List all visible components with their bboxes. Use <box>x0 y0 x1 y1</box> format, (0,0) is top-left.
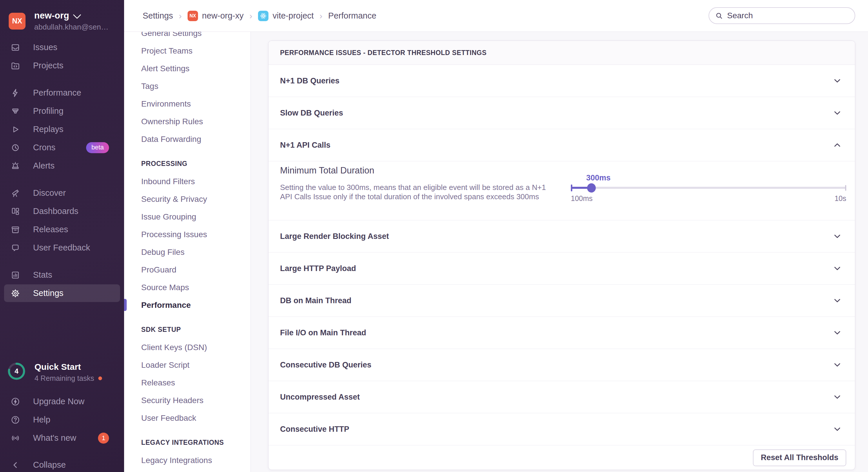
sidebar-collapse-button[interactable]: Collapse <box>0 456 124 472</box>
sidebar-item-user-feedback[interactable]: User Feedback <box>0 239 124 257</box>
sidebar-item-upgrade-now[interactable]: Upgrade Now <box>0 392 124 411</box>
slider-handle[interactable] <box>587 183 596 193</box>
nav-item-issue-grouping[interactable]: Issue Grouping <box>141 208 250 226</box>
nav-item-alert-settings[interactable]: Alert Settings <box>141 60 250 77</box>
nav-item-inbound-filters[interactable]: Inbound Filters <box>141 173 250 190</box>
quick-start-subtitle: 4 Remaining tasks <box>34 374 94 382</box>
sidebar-item-help[interactable]: Help <box>0 411 124 429</box>
nav-item-data-forwarding[interactable]: Data Forwarding <box>141 130 250 148</box>
sidebar-item-crons[interactable]: Crons beta <box>0 138 124 157</box>
nav-item-security-headers[interactable]: Security Headers <box>141 392 250 409</box>
nav-item-releases[interactable]: Releases <box>141 374 250 392</box>
nav-item-tags[interactable]: Tags <box>141 77 250 95</box>
sidebar-item-issues[interactable]: Issues <box>0 38 124 57</box>
sidebar-item-whats-new[interactable]: What's new 1 <box>0 429 124 447</box>
crons-clock-icon <box>10 143 20 153</box>
sidebar-item-performance[interactable]: Performance <box>0 84 124 102</box>
sidebar-item-stats[interactable]: Stats <box>0 266 124 284</box>
sidebar-item-projects[interactable]: Projects <box>0 57 124 75</box>
quick-start[interactable]: 4 Quick Start 4 Remaining tasks <box>7 362 102 382</box>
accordion-row-consecutive-http[interactable]: Consecutive HTTP <box>269 413 855 445</box>
sidebar-item-alerts[interactable]: Alerts <box>0 157 124 175</box>
user-feedback-icon <box>10 243 20 253</box>
search-input[interactable] <box>727 11 843 20</box>
app-sidebar: NX new-org abdullah.khan@sen… Issues Pro… <box>0 0 124 472</box>
chevron-down-icon <box>832 392 842 402</box>
discover-telescope-icon <box>10 188 20 198</box>
slider-track[interactable] <box>571 187 846 189</box>
accordion-row-large-http-payload[interactable]: Large HTTP Payload <box>269 252 855 285</box>
breadcrumb-settings[interactable]: Settings <box>143 11 173 21</box>
issues-icon <box>10 42 20 53</box>
broadcast-icon <box>10 433 20 443</box>
quick-start-count: 4 <box>7 362 26 380</box>
sidebar-item-discover[interactable]: Discover <box>0 184 124 202</box>
nav-item-processing-issues[interactable]: Processing Issues <box>141 226 250 243</box>
settings-nav: General Settings Project Teams Alert Set… <box>124 32 251 472</box>
quick-start-progress-ring: 4 <box>7 362 26 380</box>
quick-start-title: Quick Start <box>34 362 102 372</box>
chevron-down-icon <box>832 76 842 86</box>
n1-api-calls-detail: Minimum Total Duration Setting the value… <box>269 161 855 221</box>
chevron-down-icon <box>832 328 842 338</box>
breadcrumb: Settings › NX new-org-xy › vite-project … <box>143 11 376 21</box>
breadcrumb-project[interactable]: vite-project <box>258 11 314 21</box>
accordion-row-slow-db-queries[interactable]: Slow DB Queries <box>269 97 855 129</box>
org-email: abdullah.khan@sen… <box>34 23 108 32</box>
org-switcher[interactable]: NX new-org abdullah.khan@sen… <box>9 10 108 32</box>
nav-item-project-teams[interactable]: Project Teams <box>141 42 250 60</box>
accordion-row-consecutive-db-queries[interactable]: Consecutive DB Queries <box>269 349 855 381</box>
dashboards-icon <box>10 206 20 216</box>
breadcrumb-separator: › <box>319 11 322 21</box>
react-project-icon <box>258 11 269 21</box>
detector-threshold-panel: PERFORMANCE ISSUES - DETECTOR THRESHOLD … <box>268 40 855 470</box>
chevron-down-icon <box>832 264 842 273</box>
nav-item-security-privacy[interactable]: Security & Privacy <box>141 190 250 208</box>
sidebar-item-releases[interactable]: Releases <box>0 221 124 239</box>
nav-item-ownership-rules[interactable]: Ownership Rules <box>141 113 250 130</box>
nav-item-loader-script[interactable]: Loader Script <box>141 356 250 374</box>
chevron-up-icon <box>832 140 842 150</box>
breadcrumb-performance: Performance <box>328 11 376 21</box>
chevron-down-icon <box>832 108 842 118</box>
org-icon: NX <box>188 11 198 21</box>
sidebar-item-replays[interactable]: Replays <box>0 120 124 138</box>
chevron-left-icon <box>10 460 20 470</box>
active-nav-indicator <box>124 299 127 311</box>
nav-item-user-feedback[interactable]: User Feedback <box>141 409 250 427</box>
accordion-row-large-render-blocking-asset[interactable]: Large Render Blocking Asset <box>269 221 855 252</box>
performance-icon <box>10 88 20 98</box>
nav-item-debug-files[interactable]: Debug Files <box>141 243 250 261</box>
accordion-row-uncompressed-asset[interactable]: Uncompressed Asset <box>269 381 855 413</box>
chevron-down-icon <box>832 296 842 305</box>
sidebar-item-dashboards[interactable]: Dashboards <box>0 202 124 221</box>
nav-item-client-keys[interactable]: Client Keys (DSN) <box>141 338 250 356</box>
accordion-row-file-io-on-main-thread[interactable]: File I/O on Main Thread <box>269 317 855 349</box>
search-box[interactable] <box>709 7 855 24</box>
nav-item-environments[interactable]: Environments <box>141 95 250 113</box>
nav-item-proguard[interactable]: ProGuard <box>141 261 250 278</box>
accordion-row-db-on-main-thread[interactable]: DB on Main Thread <box>269 285 855 317</box>
nav-section-legacy-integrations: LEGACY INTEGRATIONS <box>141 434 250 451</box>
accordion-row-n1-api-calls[interactable]: N+1 API Calls <box>269 129 855 161</box>
nav-item-general-settings[interactable]: General Settings <box>141 32 250 42</box>
panel-title: PERFORMANCE ISSUES - DETECTOR THRESHOLD … <box>269 41 855 65</box>
nav-item-performance[interactable]: Performance <box>141 296 250 314</box>
stats-icon <box>10 270 20 280</box>
nav-item-source-maps[interactable]: Source Maps <box>141 278 250 296</box>
sidebar-item-settings[interactable]: Settings <box>4 284 120 302</box>
breadcrumb-separator: › <box>179 11 182 21</box>
accordion-row-n1-db-queries[interactable]: N+1 DB Queries <box>269 65 855 97</box>
search-icon <box>715 11 723 20</box>
slider-min-label: 100ms <box>571 194 593 203</box>
replays-icon <box>10 125 20 134</box>
reset-all-thresholds-button[interactable]: Reset All Thresholds <box>753 449 846 466</box>
nav-item-legacy-integrations[interactable]: Legacy Integrations <box>141 451 250 469</box>
upgrade-bolt-icon <box>10 397 20 407</box>
sidebar-item-profiling[interactable]: Profiling <box>0 102 124 120</box>
chevron-down-icon <box>832 231 842 241</box>
help-icon <box>10 415 20 425</box>
sidebar-footer: Upgrade Now Help What's new 1 <box>0 392 124 447</box>
breadcrumb-organization[interactable]: NX new-org-xy <box>188 11 244 21</box>
slider-start-cap <box>571 184 572 192</box>
